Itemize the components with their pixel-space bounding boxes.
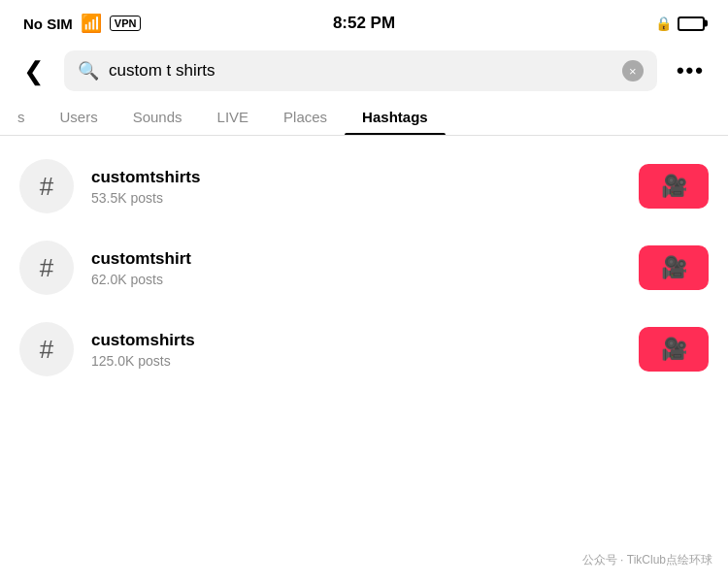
clear-icon: × bbox=[629, 64, 637, 79]
status-time: 8:52 PM bbox=[333, 14, 395, 33]
hashtag-icon-3: # bbox=[40, 335, 53, 365]
status-bar: No SIM 📶 VPN 8:52 PM 🔒 bbox=[0, 0, 728, 43]
tab-live[interactable]: LIVE bbox=[200, 99, 267, 135]
result-item-1[interactable]: # customtshirts 53.5K posts 🎥 bbox=[0, 146, 728, 227]
result-posts-2: 62.0K posts bbox=[91, 272, 621, 287]
tab-users[interactable]: Users bbox=[43, 99, 116, 135]
vpn-badge: VPN bbox=[110, 16, 142, 31]
search-query-text: custom t shirts bbox=[109, 61, 612, 81]
tab-places[interactable]: Places bbox=[266, 99, 345, 135]
filter-tabs: s Users Sounds LIVE Places Hashtags bbox=[0, 99, 728, 136]
result-name-2: customtshirt bbox=[91, 249, 621, 269]
lock-icon: 🔒 bbox=[655, 16, 672, 31]
tab-top[interactable]: s bbox=[0, 99, 43, 135]
search-container: ❮ 🔍 custom t shirts × ••• bbox=[0, 43, 728, 99]
results-list: # customtshirts 53.5K posts 🎥 # customts… bbox=[0, 136, 728, 400]
result-info-2: customtshirt 62.0K posts bbox=[91, 249, 621, 287]
result-name-1: customtshirts bbox=[91, 168, 621, 187]
video-camera-icon-1: 🎥 bbox=[661, 174, 687, 199]
search-icon: 🔍 bbox=[78, 60, 99, 81]
more-icon: ••• bbox=[677, 58, 705, 82]
video-button-1[interactable]: 🎥 bbox=[639, 164, 709, 209]
wifi-icon: 📶 bbox=[81, 13, 102, 34]
result-posts-1: 53.5K posts bbox=[91, 190, 621, 206]
video-camera-icon-2: 🎥 bbox=[661, 255, 687, 280]
hashtag-icon-2: # bbox=[40, 253, 53, 283]
more-button[interactable]: ••• bbox=[669, 54, 712, 87]
clear-button[interactable]: × bbox=[622, 60, 644, 81]
result-item-3[interactable]: # customshirts 125.0K posts 🎥 bbox=[0, 308, 728, 390]
result-info-1: customtshirts 53.5K posts bbox=[91, 168, 621, 206]
battery-icon bbox=[678, 16, 705, 31]
result-posts-3: 125.0K posts bbox=[91, 353, 621, 369]
hash-avatar-3: # bbox=[19, 322, 74, 376]
tab-hashtags[interactable]: Hashtags bbox=[345, 99, 446, 135]
hash-avatar-2: # bbox=[19, 241, 74, 295]
result-info-3: customshirts 125.0K posts bbox=[91, 331, 621, 369]
search-bar[interactable]: 🔍 custom t shirts × bbox=[64, 50, 657, 91]
watermark: 公众号 · TikClub点绘环球 bbox=[582, 552, 712, 568]
result-item-2[interactable]: # customtshirt 62.0K posts 🎥 bbox=[0, 227, 728, 308]
carrier-text: No SIM bbox=[23, 16, 73, 32]
hash-avatar-1: # bbox=[19, 159, 74, 213]
video-button-2[interactable]: 🎥 bbox=[639, 245, 709, 290]
hashtag-icon-1: # bbox=[40, 172, 53, 202]
back-button[interactable]: ❮ bbox=[16, 52, 52, 90]
video-camera-icon-3: 🎥 bbox=[661, 337, 687, 362]
tab-sounds[interactable]: Sounds bbox=[116, 99, 200, 135]
video-button-3[interactable]: 🎥 bbox=[639, 327, 709, 372]
status-right: 🔒 bbox=[655, 16, 705, 31]
status-left: No SIM 📶 VPN bbox=[23, 13, 141, 34]
result-name-3: customshirts bbox=[91, 331, 621, 350]
